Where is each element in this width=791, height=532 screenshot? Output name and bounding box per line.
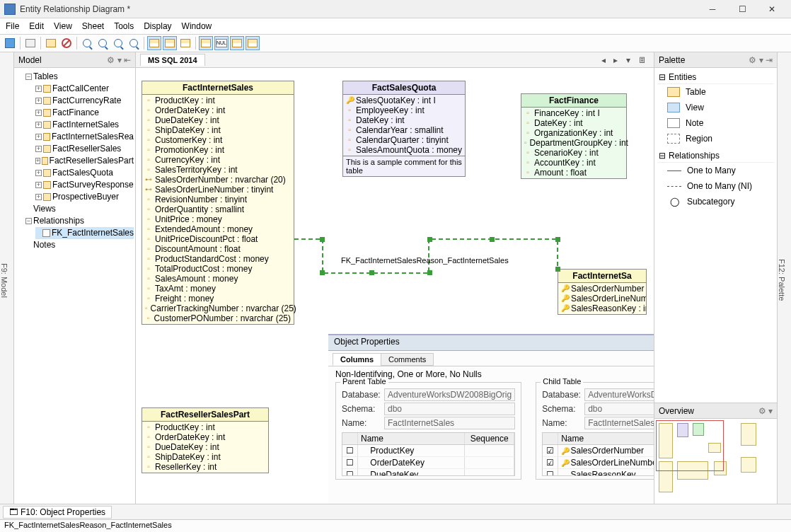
tree-tables: − Tables xyxy=(25,71,134,83)
palette-gear-icon[interactable]: ⚙ ▾ ⇥ xyxy=(749,55,773,65)
menu-tools[interactable]: Tools xyxy=(114,21,134,31)
right-sidebar-tab[interactable]: F12: Palette xyxy=(777,52,791,504)
tab-columns[interactable]: Columns xyxy=(333,353,381,366)
menu-sheet[interactable]: Sheet xyxy=(82,21,104,31)
entity-factsalesquota[interactable]: FactSalesQuota 🔑SalesQuotaKey : int I▫Em… xyxy=(342,81,466,177)
tree-table-item[interactable]: + ProspectiveBuyer xyxy=(35,191,134,203)
overview-gear-icon[interactable]: ⚙ ▾ xyxy=(758,406,773,416)
palette-title: Palette xyxy=(659,55,685,65)
object-properties-panel: Object Properties Columns Comments Non-I… xyxy=(328,334,654,504)
sheet-tab[interactable]: MS SQL 2014 xyxy=(140,54,205,66)
menu-window[interactable]: Window xyxy=(182,21,212,31)
diagram-canvas[interactable]: FactInternetSales ▫ProductKey : int▫Orde… xyxy=(136,68,654,504)
tree-rel-item[interactable]: FK_FactInternetSales xyxy=(35,227,134,239)
overview-title: Overview xyxy=(659,406,694,416)
view-mode1-button[interactable] xyxy=(147,36,161,50)
layout-button[interactable] xyxy=(44,36,58,50)
show-keys-button[interactable] xyxy=(230,36,244,50)
maximize-button[interactable]: ☐ xyxy=(727,0,757,18)
window-title: Entity Relationship Diagram * xyxy=(20,4,698,14)
toolbar: NUL xyxy=(0,34,791,52)
title-bar: Entity Relationship Diagram * ─ ☐ ✕ xyxy=(0,0,791,18)
deny-button[interactable] xyxy=(59,36,74,50)
tree-table-item[interactable]: + FactCallCenter xyxy=(35,83,134,95)
tree-notes: Notes xyxy=(25,239,134,251)
bottom-tabs: 🗔F10: Object Properties xyxy=(0,504,791,519)
tree-table-item[interactable]: + FactCurrencyRate xyxy=(35,95,134,107)
zoom-region-button[interactable] xyxy=(127,36,141,50)
parent-schema[interactable]: dbo xyxy=(384,403,515,415)
view-mode3-button[interactable] xyxy=(178,36,192,50)
palette-table[interactable]: Table xyxy=(657,84,774,100)
save-button[interactable] xyxy=(3,36,17,50)
palette-panel: Palette ⚙ ▾ ⇥ ⊟Entities Table View Note … xyxy=(654,52,777,504)
show-grid-button[interactable] xyxy=(199,36,213,50)
menu-edit[interactable]: Edit xyxy=(29,21,44,31)
show-nul-button[interactable]: NUL xyxy=(214,36,229,50)
tree-table-item[interactable]: + FactResellerSalesPart xyxy=(35,155,134,167)
model-gear-icon[interactable]: ⚙ ▾ ⇤ xyxy=(107,55,131,65)
print-button[interactable] xyxy=(23,36,37,50)
sheet-nav[interactable]: ◂ ▸ ▾ 🗏 xyxy=(601,55,649,65)
palette-subcategory[interactable]: ◯Subcategory xyxy=(657,194,774,209)
entity-factfinance[interactable]: FactFinance ▫FinanceKey : int I▫DateKey … xyxy=(521,93,627,179)
menu-bar: File Edit View Sheet Tools Display Windo… xyxy=(0,18,791,34)
child-name[interactable]: FactInternetSalesReason xyxy=(584,417,654,429)
entity-factresellersalespart[interactable]: FactResellerSalesPart ▫ProductKey : int▫… xyxy=(142,407,269,473)
palette-view[interactable]: View xyxy=(657,100,774,115)
child-schema[interactable]: dbo xyxy=(584,403,654,415)
child-columns-table[interactable]: NameSequence ☑🔑 SalesOrderNumber1☑🔑 Sale… xyxy=(542,432,654,476)
parent-db[interactable]: AdventureWorksDW2008BigOrig xyxy=(384,388,515,401)
tree-table-item[interactable]: + FactResellerSales xyxy=(35,143,134,155)
tree-table-item[interactable]: + FactInternetSalesRea xyxy=(35,131,134,143)
zoom-out-button[interactable] xyxy=(111,36,125,50)
entity-factinternetsalesreason[interactable]: FactInternetSa 🔑SalesOrderNumber :🔑Sales… xyxy=(558,269,647,315)
close-button[interactable]: ✕ xyxy=(757,0,787,18)
status-bar: FK_FactInternetSalesReason_FactInternetS… xyxy=(0,519,791,532)
minimize-button[interactable]: ─ xyxy=(698,0,727,18)
parent-name[interactable]: FactInternetSales xyxy=(384,417,515,429)
model-panel-title: Model xyxy=(18,55,42,65)
bottom-tab-obj-props[interactable]: 🗔F10: Object Properties xyxy=(3,506,112,519)
palette-region[interactable]: Region xyxy=(657,131,774,146)
entity-factinternetsales[interactable]: FactInternetSales ▫ProductKey : int▫Orde… xyxy=(142,81,294,325)
model-tree[interactable]: − Tables + FactCallCenter+ FactCurrencyR… xyxy=(14,68,135,504)
tree-table-item[interactable]: + FactSalesQuota xyxy=(35,167,134,179)
model-panel: Model ⚙ ▾ ⇤ − Tables + FactCallCenter+ F… xyxy=(14,52,136,504)
tab-comments[interactable]: Comments xyxy=(381,353,434,366)
tree-views: Views xyxy=(25,203,134,215)
menu-display[interactable]: Display xyxy=(144,21,171,31)
tree-table-item[interactable]: + FactSurveyResponse xyxy=(35,179,134,191)
view-mode2-button[interactable] xyxy=(163,36,177,50)
palette-note[interactable]: Note xyxy=(657,115,774,131)
tree-table-item[interactable]: + FactFinance xyxy=(35,107,134,119)
menu-file[interactable]: File xyxy=(6,21,19,31)
tree-table-item[interactable]: + FactInternetSales xyxy=(35,119,134,131)
overview-canvas[interactable] xyxy=(654,419,777,504)
object-properties-title: Object Properties xyxy=(328,335,654,351)
show-rels-button[interactable] xyxy=(246,36,260,50)
child-db[interactable]: AdventureWorksDW2008BigOrig xyxy=(584,388,654,401)
app-icon xyxy=(4,4,16,15)
palette-one-to-many[interactable]: One to Many xyxy=(657,163,774,178)
zoom-in-button[interactable] xyxy=(96,36,110,50)
zoom-fit-button[interactable] xyxy=(80,36,94,50)
parent-columns-table[interactable]: NameSequence ☐ ProductKey☐ OrderDateKey☐… xyxy=(342,432,515,476)
tree-relationships: − Relationships xyxy=(25,215,134,227)
left-sidebar-tab[interactable]: F9: Model xyxy=(0,52,14,504)
relationship-label[interactable]: FK_FactInternetSalesReason_FactInternetS… xyxy=(341,256,509,265)
menu-view[interactable]: View xyxy=(54,21,72,31)
palette-one-to-many-ni[interactable]: One to Many (NI) xyxy=(657,178,774,194)
